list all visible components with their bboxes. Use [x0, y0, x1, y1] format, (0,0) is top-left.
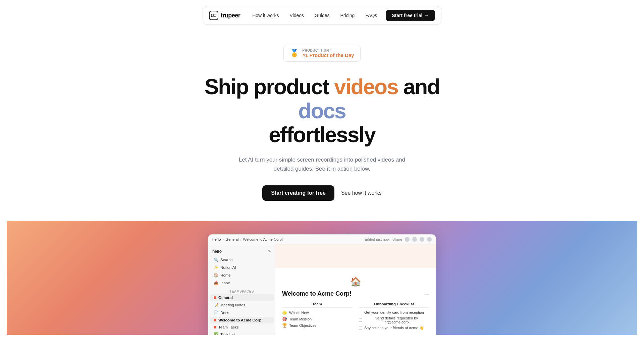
team-column: Team 🌟 What's New 🎯 Team Mission	[282, 302, 352, 332]
list-item: Say hello to your friends at Acme 👋	[359, 326, 429, 330]
sidebar-item-search[interactable]: 🔍 Search	[210, 256, 274, 263]
navbar-wrapper: trupeer How it works Videos Guides Prici…	[0, 0, 644, 25]
logo[interactable]: trupeer	[209, 11, 240, 20]
teamspaces-section-label: Teamspaces	[208, 287, 275, 294]
task-list-icon: ✅	[214, 332, 218, 335]
sidebar-header: hello ✎	[208, 248, 275, 256]
product-hunt-badge: 🥇 PRODUCT HUNT #1 Product of the Day	[283, 45, 360, 62]
search-icon: 🔍	[214, 257, 218, 262]
tasks-dot	[214, 326, 216, 328]
nav-guides[interactable]: Guides	[310, 10, 334, 20]
list-item: 🌟 What's New	[282, 310, 352, 315]
general-dot	[214, 296, 216, 299]
app-main-content: 🏠 Welcome to Acme Corp! — Team 🌟	[275, 244, 436, 335]
titlebar-actions: Edited just now Share	[365, 237, 432, 242]
svg-rect-1	[214, 14, 216, 17]
logo-text: trupeer	[221, 12, 240, 19]
list-item: Get your identity card from reception	[359, 310, 429, 314]
window-breadcrumb: hello › General / Welcome to Acme Corp!	[212, 237, 362, 241]
screenshot-section: hello › General / Welcome to Acme Corp! …	[7, 221, 637, 335]
welcome-dot	[214, 319, 216, 321]
onboarding-column-header: Onboarding Checklist	[359, 302, 429, 308]
onboarding-column: Onboarding Checklist Get your identity c…	[359, 302, 429, 332]
nav-pricing[interactable]: Pricing	[335, 10, 359, 20]
team-column-header: Team	[282, 302, 352, 308]
inbox-icon: 📥	[214, 281, 218, 285]
start-creating-button[interactable]: Start creating for free	[262, 185, 334, 201]
star-icon[interactable]	[420, 237, 424, 242]
share-button[interactable]: Share	[392, 237, 402, 241]
see-how-it-works-button[interactable]: See how it works	[341, 190, 382, 196]
app-sidebar: hello ✎ 🔍 Search ✨ Notion AI 🏠	[208, 244, 275, 335]
list-item: 🏆 Team Objectives	[282, 323, 352, 328]
svg-rect-0	[211, 14, 213, 17]
headline-videos-word: videos	[334, 75, 398, 99]
badge-label: PRODUCT HUNT	[302, 49, 331, 52]
comment-icon[interactable]	[405, 237, 410, 242]
window-titlebar: hello › General / Welcome to Acme Corp! …	[208, 235, 436, 244]
page-icon: 🏠	[282, 273, 429, 289]
sidebar-item-welcome[interactable]: Welcome to Acme Corp!	[210, 317, 274, 323]
nav-videos[interactable]: Videos	[285, 10, 309, 20]
arrow-icon: →	[424, 13, 429, 18]
home-icon: 🏠	[214, 273, 218, 278]
sidebar-item-inbox[interactable]: 📥 Inbox	[210, 279, 274, 287]
window-body: hello ✎ 🔍 Search ✨ Notion AI 🏠	[208, 244, 436, 335]
checkbox-1[interactable]	[359, 311, 362, 314]
screenshot-background: hello › General / Welcome to Acme Corp! …	[7, 221, 637, 335]
start-free-trial-button[interactable]: Start free trial →	[386, 10, 435, 21]
app-window: hello › General / Welcome to Acme Corp! …	[208, 234, 436, 335]
checkbox-3[interactable]	[359, 326, 362, 330]
sidebar-item-home[interactable]: 🏠 Home	[210, 272, 274, 279]
list-item: Send details requested by hr@acme.corp	[359, 316, 429, 324]
main-headline: Ship product videos and docs effortlessl…	[191, 75, 453, 147]
headline-docs-word: docs	[298, 99, 345, 123]
more-icon[interactable]	[427, 237, 432, 242]
whats-new-icon: 🌟	[282, 310, 287, 315]
page-content: 🏠 Welcome to Acme Corp! — Team 🌟	[275, 268, 436, 335]
badge-title: #1 Product of the Day	[302, 52, 354, 58]
nav-how-it-works[interactable]: How it works	[248, 10, 283, 20]
page-columns: Team 🌟 What's New 🎯 Team Mission	[282, 302, 429, 332]
breadcrumb-page: Welcome to Acme Corp!	[243, 237, 283, 241]
navbar: trupeer How it works Videos Guides Prici…	[203, 6, 442, 25]
team-mission-icon: 🎯	[282, 317, 287, 321]
medal-emoji: 🥇	[290, 49, 299, 58]
sidebar-item-task-list[interactable]: ✅ Task List	[210, 331, 274, 335]
docs-icon: 📄	[214, 310, 218, 315]
breadcrumb-general: General	[225, 237, 238, 241]
clock-icon[interactable]	[412, 237, 417, 242]
sidebar-item-docs[interactable]: 📄 Docs	[210, 309, 274, 316]
logo-icon	[209, 11, 218, 20]
cta-row: Start creating for free See how it works	[262, 185, 382, 201]
sidebar-item-team-tasks[interactable]: Team Tasks	[210, 324, 274, 330]
workspace-name: hello	[212, 237, 221, 241]
sidebar-item-notion-ai[interactable]: ✨ Notion AI	[210, 264, 274, 271]
meeting-notes-icon: 📝	[214, 303, 218, 307]
checkbox-2[interactable]	[359, 318, 362, 322]
page-cover	[275, 244, 436, 268]
subheadline: Let AI turn your simple screen recording…	[235, 155, 409, 173]
sidebar-item-general[interactable]: General	[210, 294, 274, 301]
notion-ai-icon: ✨	[214, 265, 218, 270]
sidebar-item-meeting-notes[interactable]: 📝 Meeting Notes	[210, 301, 274, 309]
hero-section: 🥇 PRODUCT HUNT #1 Product of the Day Shi…	[0, 25, 644, 335]
team-objectives-icon: 🏆	[282, 323, 287, 328]
badge-text: PRODUCT HUNT #1 Product of the Day	[302, 49, 354, 58]
edit-icon[interactable]: ✎	[268, 249, 271, 254]
nav-faqs[interactable]: FAQs	[361, 10, 382, 20]
edited-label: Edited just now	[365, 237, 390, 241]
list-item: 🎯 Team Mission	[282, 317, 352, 321]
collapse-icon[interactable]: —	[424, 291, 429, 297]
page-title: Welcome to Acme Corp! —	[282, 290, 429, 297]
